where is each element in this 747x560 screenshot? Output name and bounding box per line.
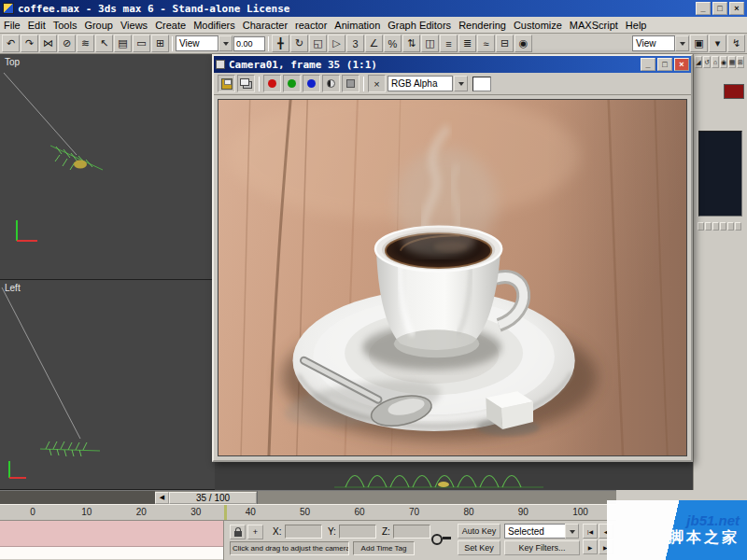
next-frame-button[interactable]: ▶ <box>583 539 598 554</box>
y-coordinate-field[interactable] <box>339 525 376 539</box>
listener-macro-pane[interactable] <box>0 521 223 547</box>
rectangular-selection-icon[interactable]: ▭ <box>133 35 150 52</box>
schematic-view-icon[interactable]: ⊟ <box>496 35 514 52</box>
color-swatch[interactable] <box>724 84 744 99</box>
tab-create[interactable]: ◢ <box>695 56 702 68</box>
reference-coordinate-dropdown[interactable]: View <box>176 35 218 51</box>
select-and-move-icon[interactable]: ╋ <box>272 35 289 52</box>
x-coordinate-field[interactable] <box>285 525 322 539</box>
snap-toggle-icon[interactable]: 3 <box>346 35 364 52</box>
menu-item[interactable]: Rendering <box>455 18 510 33</box>
menu-item[interactable]: Create <box>151 18 190 33</box>
layer-manager-icon[interactable]: ≣ <box>458 35 476 52</box>
select-and-manipulate-icon[interactable]: ▷ <box>328 35 345 52</box>
close-button[interactable]: × <box>729 2 744 15</box>
angle-snap-icon[interactable]: ∠ <box>365 35 383 52</box>
menu-item[interactable]: Graph Editors <box>384 18 455 33</box>
save-bitmap-icon[interactable] <box>218 75 235 92</box>
transform-typein-field[interactable]: 0.00 <box>233 36 265 51</box>
menu-item[interactable]: Character <box>239 18 291 33</box>
minimize-button[interactable]: _ <box>696 2 711 15</box>
menu-item[interactable]: Modifiers <box>190 18 239 33</box>
redo-icon[interactable]: ↷ <box>21 35 38 52</box>
go-to-start-button[interactable]: |◀ <box>583 524 598 539</box>
panel-button[interactable] <box>735 222 741 231</box>
channel-dropdown-button[interactable] <box>454 76 468 91</box>
render-scene-icon[interactable]: ▣ <box>690 35 708 52</box>
listener-script-pane[interactable] <box>0 547 223 559</box>
key-mode-dropdown[interactable]: Selected <box>504 524 566 539</box>
previous-frame-arrow[interactable]: ◀ <box>155 492 169 504</box>
menu-item[interactable]: Help <box>622 18 651 33</box>
z-coordinate-field[interactable] <box>393 525 430 539</box>
quick-render-icon[interactable]: ↯ <box>727 35 745 52</box>
render-window-titlebar[interactable]: Camera01, frame 35 (1:1) _ □ × <box>214 56 691 73</box>
selection-lock-icon[interactable] <box>230 525 246 539</box>
undo-icon[interactable]: ↶ <box>2 35 20 52</box>
material-editor-icon[interactable]: ◉ <box>514 35 532 52</box>
tab-motion[interactable]: ◉ <box>720 56 727 68</box>
time-slider[interactable]: ◀ 35 / 100 <box>0 490 616 504</box>
monochrome-icon[interactable] <box>342 75 359 92</box>
mirror-icon[interactable]: ◫ <box>421 35 439 52</box>
menu-item[interactable]: Views <box>117 18 151 33</box>
spinner-snap-icon[interactable]: ⇅ <box>402 35 420 52</box>
bind-to-spacewarp-icon[interactable]: ≋ <box>77 35 94 52</box>
green-channel-icon[interactable] <box>283 75 301 92</box>
camera-viewport-strip[interactable] <box>215 462 693 490</box>
menu-item[interactable]: Customize <box>510 18 566 33</box>
select-object-icon[interactable]: ↖ <box>95 35 113 52</box>
panel-button[interactable] <box>712 222 719 231</box>
render-minimize-button[interactable]: _ <box>641 58 655 71</box>
select-and-link-icon[interactable]: ⋈ <box>39 35 57 52</box>
viewport-left[interactable]: Left <box>0 280 215 490</box>
menu-item[interactable]: Group <box>80 18 117 33</box>
time-slider-track-left[interactable] <box>0 491 155 505</box>
panel-button[interactable] <box>705 222 712 231</box>
select-and-scale-icon[interactable]: ◱ <box>309 35 327 52</box>
maxscript-mini-listener[interactable] <box>0 521 224 560</box>
key-filters-button[interactable]: Key Filters... <box>504 540 580 555</box>
tab-utilities[interactable]: ⊞ <box>737 56 744 68</box>
align-icon[interactable]: ≡ <box>440 35 458 52</box>
set-key-button[interactable]: Set Key <box>458 540 500 555</box>
blue-channel-icon[interactable] <box>303 75 320 92</box>
named-selection-dropdown[interactable]: View <box>632 35 675 51</box>
render-close-button[interactable]: × <box>674 58 689 71</box>
render-type-icon[interactable]: ▾ <box>709 35 726 52</box>
menu-item[interactable]: Animation <box>331 18 384 33</box>
coordinate-dropdown-button[interactable] <box>218 35 233 51</box>
panel-button[interactable] <box>727 222 734 231</box>
tab-display[interactable]: ▦ <box>728 56 736 68</box>
menu-item[interactable]: Tools <box>49 18 81 33</box>
tab-modify[interactable]: ↺ <box>703 56 711 68</box>
auto-key-button[interactable]: Auto Key <box>458 524 500 539</box>
channel-display-dropdown[interactable]: RGB Alpha <box>388 76 453 91</box>
menu-item[interactable]: reactor <box>291 18 331 33</box>
tab-hierarchy[interactable]: ⌂ <box>712 56 719 68</box>
render-maximize-button[interactable]: □ <box>657 58 672 71</box>
viewport-top[interactable]: Top <box>0 54 215 280</box>
select-by-name-icon[interactable]: ▤ <box>114 35 132 52</box>
key-mode-dropdown-button[interactable] <box>565 524 579 539</box>
menu-item[interactable]: MAXScript <box>566 18 622 33</box>
add-time-tag[interactable]: Add Time Tag <box>353 541 415 555</box>
absolute-offset-mode-icon[interactable]: + <box>247 525 263 539</box>
unlink-selection-icon[interactable]: ⊘ <box>58 35 76 52</box>
clone-window-icon[interactable] <box>237 75 255 92</box>
time-slider-track-right[interactable] <box>257 491 616 504</box>
time-slider-handle[interactable]: 35 / 100 <box>169 492 257 504</box>
window-crossing-icon[interactable]: ⊞ <box>151 35 169 52</box>
menu-item[interactable]: File <box>0 18 24 33</box>
named-selection-dropdown-button[interactable] <box>675 35 689 51</box>
select-and-rotate-icon[interactable]: ↻ <box>290 35 308 52</box>
background-color-swatch[interactable] <box>472 77 491 91</box>
clear-image-icon[interactable]: × <box>368 75 386 92</box>
percent-snap-icon[interactable]: % <box>384 35 402 52</box>
maximize-button[interactable]: □ <box>712 2 727 15</box>
panel-button[interactable] <box>698 222 704 231</box>
alpha-channel-icon[interactable] <box>322 75 340 92</box>
track-bar[interactable]: 0102030405060708090100 <box>0 504 616 521</box>
menu-item[interactable]: Edit <box>24 18 49 33</box>
red-channel-icon[interactable] <box>263 75 281 92</box>
